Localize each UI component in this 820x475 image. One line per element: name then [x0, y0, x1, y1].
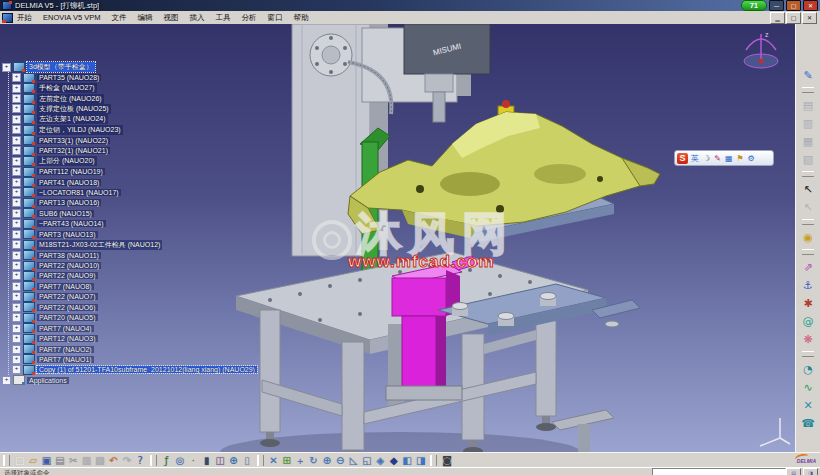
tree-item-label[interactable]: PART3 (NAUO13) [37, 231, 98, 238]
toolbar-icon[interactable]: ▦ [799, 132, 817, 150]
tree-item-label[interactable]: 定位销，YILDJ (NAUO23) [37, 125, 123, 135]
tree-item[interactable]: + 支撑定位板 (NAUO25) [12, 104, 257, 114]
toolbar-icon[interactable]: ▧ [799, 150, 817, 168]
toolbar-icon[interactable]: · [187, 454, 200, 468]
menu-item[interactable]: 分析 [242, 13, 257, 23]
toolbar-icon[interactable]: ◔ [799, 360, 817, 378]
minimize-button[interactable]: — [769, 0, 784, 11]
sogou-icon[interactable]: 英 [691, 153, 699, 164]
tree-expander[interactable]: + [12, 115, 21, 124]
toolbar-icon[interactable]: ☎ [799, 414, 817, 432]
tree-item[interactable]: + 左前定位 (NAUO26) [12, 93, 257, 103]
tree-expander[interactable]: + [12, 271, 21, 280]
sogou-logo[interactable]: S [677, 153, 688, 164]
tree-item[interactable]: + PART32(1) (NAUO21) [12, 146, 257, 156]
menu-item[interactable]: 视图 [164, 13, 179, 23]
toolbar-icon[interactable]: ✕ [799, 396, 817, 414]
menu-item[interactable]: 工具 [216, 13, 231, 23]
tree-item-label[interactable]: 支撑定位板 (NAUO25) [37, 104, 111, 114]
toolbar-icon[interactable]: ◆ [387, 454, 400, 468]
tree-item-label[interactable]: PART7 (NAUO2) [37, 346, 94, 353]
tree-item[interactable]: + PART7 (NAUO8) [12, 281, 257, 291]
toolbar-icon[interactable]: ✕ [267, 454, 280, 468]
toolbar-icon[interactable]: ✱ [799, 294, 817, 312]
tree-expander[interactable]: + [12, 345, 21, 354]
toolbar-icon[interactable]: ▥ [80, 454, 93, 468]
toolbar-icon[interactable]: ✎ [799, 66, 817, 84]
toolbar-icon[interactable]: ▮ [200, 454, 213, 468]
toolbar-icon[interactable]: ↷ [120, 454, 133, 468]
menu-item[interactable]: 文件 [112, 13, 127, 23]
tree-item[interactable]: + PART112 (NAUO19) [12, 166, 257, 176]
toolbar-icon[interactable]: ▣ [40, 454, 53, 468]
toolbar-icon[interactable]: ⊞ [280, 454, 293, 468]
menu-item[interactable]: 帮助 [294, 13, 309, 23]
child-window-button[interactable]: ✕ [802, 12, 817, 24]
tree-item[interactable]: + PART38 (NAUO11) [12, 250, 257, 260]
tree-expander[interactable]: + [12, 355, 21, 364]
toolbar-icon[interactable]: ✂ [67, 454, 80, 468]
tree-expander[interactable]: + [12, 303, 21, 312]
status-button[interactable]: ◨ [803, 468, 818, 475]
tree-item-label[interactable]: PART7 (NAUO1) [37, 356, 94, 363]
toolbar-icon[interactable]: ◈ [374, 454, 387, 468]
tree-expander[interactable]: + [12, 104, 21, 113]
tree-item[interactable]: + PART13 (NAUO16) [12, 198, 257, 208]
toolbar-icon[interactable]: ◉ [799, 228, 817, 246]
tree-expander[interactable]: + [12, 125, 21, 134]
tree-expander[interactable]: + [12, 84, 21, 93]
tree-item-label[interactable]: PART35 (NAUO28) [37, 74, 101, 81]
toolbar-icon[interactable]: ⊕ [227, 454, 240, 468]
tree-item-label[interactable]: PART38 (NAUO11) [37, 252, 101, 259]
toolbar-icon[interactable]: ƒ [160, 454, 173, 468]
tree-item[interactable]: + Applications [2, 375, 257, 385]
menu-item[interactable]: 编辑 [138, 13, 153, 23]
tree-item[interactable]: + PART22 (NAUO9) [12, 271, 257, 281]
tree-item-label[interactable]: PART22 (NAUO9) [37, 272, 98, 279]
toolbar-icon[interactable]: ▯ [240, 454, 253, 468]
toolbar-icon[interactable]: ▤ [53, 454, 66, 468]
tree-item[interactable]: + PART22 (NAUO10) [12, 260, 257, 270]
tree-item[interactable]: + M18ST21-JX03-02工件检具 (NAUO12) [12, 239, 257, 249]
tree-item-label[interactable]: 3d模型（带手检盒） [27, 62, 95, 72]
menu-item[interactable]: 开始 [17, 13, 32, 23]
sogou-icon[interactable]: ✎ [714, 153, 721, 164]
toolbar-icon[interactable]: ◫ [213, 454, 226, 468]
tree-item[interactable]: + PART35 (NAUO28) [12, 72, 257, 82]
power-input-field[interactable] [652, 468, 786, 475]
tree-expander[interactable]: + [2, 376, 11, 385]
tree-item-label[interactable]: 左边支架1 (NAUO24) [37, 114, 108, 124]
tree-expander[interactable]: + [12, 282, 21, 291]
toolbar-icon[interactable]: ▤ [799, 96, 817, 114]
tree-item[interactable]: + ~PART43 (NAUO14) [12, 219, 257, 229]
sogou-icon[interactable]: ⚑ [736, 153, 743, 164]
tree-expander[interactable]: + [12, 209, 21, 218]
sogou-icon[interactable]: ▦ [725, 153, 733, 164]
child-window-button[interactable]: ▢ [786, 12, 801, 24]
toolbar-icon[interactable]: ? [134, 454, 147, 468]
toolbar-icon[interactable]: ⚓ [799, 276, 817, 294]
tree-item[interactable]: + 3d模型（带手检盒） [2, 62, 257, 72]
tree-item[interactable]: + Copy (1) of 51201-TFA10subframe_201210… [12, 365, 257, 375]
menu-item[interactable]: 插入 [190, 13, 205, 23]
tree-item-label[interactable]: PART32(1) (NAUO21) [37, 147, 110, 154]
tree-item[interactable]: + PART7 (NAUO1) [12, 354, 257, 364]
toolbar-icon[interactable]: ◨ [414, 454, 427, 468]
tree-expander[interactable]: + [12, 219, 21, 228]
tree-item-label[interactable]: PART41 (NAUO18) [37, 179, 101, 186]
tree-item-label[interactable]: M18ST21-JX03-02工件检具 (NAUO12) [37, 240, 162, 250]
tree-item[interactable]: + PART33(1) (NAUO22) [12, 135, 257, 145]
child-window-button[interactable]: ▁ [770, 12, 785, 24]
tree-expander[interactable]: + [12, 261, 21, 270]
tree-expander[interactable]: + [12, 324, 21, 333]
tree-item-label[interactable]: PART33(1) (NAUO22) [37, 137, 110, 144]
tree-expander[interactable]: + [12, 136, 21, 145]
toolbar-icon[interactable]: ▨ [93, 454, 106, 468]
tree-item-label[interactable]: SUB6 (NAUO15) [37, 210, 94, 217]
tree-expander[interactable]: + [12, 251, 21, 260]
tree-item[interactable]: + 手检盒 (NAUO27) [12, 83, 257, 93]
tree-item-label[interactable]: ~PART43 (NAUO14) [37, 220, 106, 227]
tree-item-label[interactable]: ~LOCATOR81 (NAUO17) [37, 189, 121, 196]
tree-expander[interactable]: + [12, 157, 21, 166]
tree-expander[interactable]: + [12, 73, 21, 82]
